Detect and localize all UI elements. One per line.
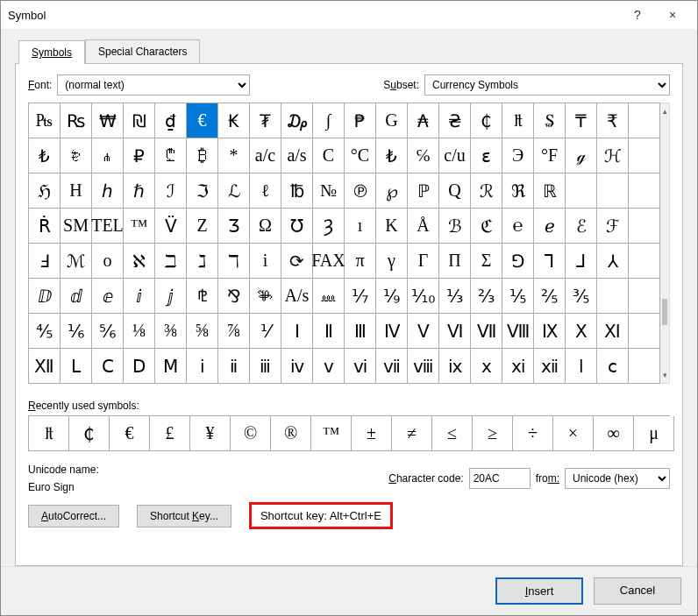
symbol-cell[interactable] <box>629 173 660 209</box>
symbol-cell[interactable]: ₴ <box>439 103 471 138</box>
symbol-cell[interactable]: № <box>313 173 345 209</box>
recent-symbol-cell[interactable]: £ <box>150 416 190 451</box>
symbol-cell[interactable]: ⟳ <box>281 244 313 279</box>
symbol-cell[interactable]: ℸ <box>218 244 250 279</box>
recent-symbols-grid[interactable]: ₶₵€£¥©®™±≠≤≥÷×∞μ <box>28 415 670 451</box>
symbol-cell[interactable]: ⅗ <box>566 279 597 314</box>
symbol-cell[interactable]: ℅ <box>408 138 439 173</box>
symbol-cell[interactable]: ⅞ <box>218 314 250 349</box>
symbol-cell[interactable]: ℮ <box>502 209 534 244</box>
symbol-cell[interactable]: ₺ <box>29 138 61 173</box>
symbol-cell[interactable]: * <box>218 138 250 173</box>
symbol-cell[interactable]: Ⅎ <box>29 244 61 279</box>
symbol-cell[interactable]: ℱ <box>597 209 629 244</box>
symbol-cell[interactable]: ₩ <box>92 103 124 138</box>
symbol-cell[interactable]: °C <box>345 138 376 173</box>
scroll-down-icon[interactable]: ▾ <box>660 367 669 383</box>
recent-symbol-cell[interactable]: ≤ <box>432 416 473 451</box>
symbol-cell[interactable]: G <box>376 103 408 138</box>
symbol-cell[interactable]: ⅶ <box>376 349 408 384</box>
symbol-cell[interactable]: ⅏ <box>313 279 345 314</box>
recent-symbol-cell[interactable]: ¥ <box>190 416 231 451</box>
symbol-cell[interactable]: Ⅰ <box>281 314 313 349</box>
grid-scrollbar[interactable]: ▴ ▾ <box>660 103 670 384</box>
symbol-cell[interactable]: Σ <box>471 244 502 279</box>
symbol-cell[interactable]: Q <box>439 173 471 209</box>
symbol-cell[interactable]: ₵ <box>471 103 502 138</box>
symbol-cell[interactable]: ℶ <box>155 244 187 279</box>
symbol-cell[interactable]: Ⅶ <box>471 314 502 349</box>
symbol-cell[interactable]: π <box>345 244 376 279</box>
symbol-cell[interactable]: ⅲ <box>250 349 281 384</box>
symbol-cell[interactable]: ℒ <box>218 173 250 209</box>
symbol-cell[interactable]: TEL <box>92 209 124 244</box>
symbol-cell[interactable]: Γ <box>408 244 439 279</box>
symbol-cell[interactable]: ⅊ <box>187 279 218 314</box>
symbol-cell[interactable]: FAX <box>313 244 345 279</box>
symbol-cell[interactable]: Ṙ <box>29 209 61 244</box>
symbol-cell[interactable]: ⅌ <box>250 279 281 314</box>
symbol-cell[interactable]: ₻ <box>61 138 92 173</box>
symbol-cell[interactable]: ₾ <box>155 138 187 173</box>
recent-symbol-cell[interactable]: × <box>553 416 594 451</box>
symbol-cell[interactable]: c/u <box>439 138 471 173</box>
symbol-cell[interactable]: a/c <box>250 138 281 173</box>
symbol-grid[interactable]: ₧₨₩₪₫€₭₮₯∫₱G₳₴₵₶₷₸₹₺₻₼₽₾₿*a/ca/sC°C₺℅c/u… <box>28 103 660 384</box>
symbol-cell[interactable]: ℛ <box>471 173 502 209</box>
symbol-cell[interactable]: ₮ <box>250 103 281 138</box>
symbol-cell[interactable]: ⅰ <box>187 349 218 384</box>
symbol-cell[interactable]: ο <box>92 244 124 279</box>
symbol-cell[interactable]: ⅕ <box>502 279 534 314</box>
symbol-cell[interactable]: ⅸ <box>439 349 471 384</box>
symbol-cell[interactable]: Ⅲ <box>345 314 376 349</box>
symbol-cell[interactable]: ⅝ <box>187 314 218 349</box>
symbol-cell[interactable]: ⅛ <box>124 314 155 349</box>
symbol-cell[interactable]: Ⅺ <box>597 314 629 349</box>
symbol-cell[interactable]: a/s <box>281 138 313 173</box>
char-code-input[interactable] <box>469 468 531 489</box>
symbol-cell[interactable]: ℎ <box>92 173 124 209</box>
symbol-cell[interactable]: ⅴ <box>313 349 345 384</box>
symbol-cell[interactable] <box>629 103 660 138</box>
recent-symbol-cell[interactable]: ≠ <box>392 416 432 451</box>
symbol-cell[interactable]: ℵ <box>124 244 155 279</box>
symbol-cell[interactable]: ⅋ <box>218 279 250 314</box>
symbol-cell[interactable]: C <box>313 138 345 173</box>
symbol-cell[interactable]: Ⅴ <box>408 314 439 349</box>
subset-select[interactable]: Currency Symbols <box>424 74 670 96</box>
symbol-cell[interactable]: ℗ <box>345 173 376 209</box>
symbol-cell[interactable]: ⅒ <box>408 279 439 314</box>
symbol-cell[interactable]: ₽ <box>124 138 155 173</box>
symbol-cell[interactable]: ℐ <box>155 173 187 209</box>
symbol-cell[interactable]: Ⅿ <box>155 349 187 384</box>
symbol-cell[interactable]: ™ <box>124 209 155 244</box>
symbol-cell[interactable]: ⅓ <box>439 279 471 314</box>
symbol-cell[interactable]: ɛ <box>471 138 502 173</box>
symbol-cell[interactable]: ⅷ <box>408 349 439 384</box>
symbol-cell[interactable]: ₸ <box>566 103 597 138</box>
symbol-cell[interactable]: ₺ <box>376 138 408 173</box>
symbol-cell[interactable]: Ⅱ <box>313 314 345 349</box>
symbol-cell[interactable]: Ⅼ <box>61 349 92 384</box>
symbol-cell[interactable]: ℧ <box>281 209 313 244</box>
symbol-cell[interactable]: ⅺ <box>502 349 534 384</box>
symbol-cell[interactable] <box>629 244 660 279</box>
symbol-cell[interactable]: SM <box>61 209 92 244</box>
symbol-cell[interactable] <box>597 173 629 209</box>
symbol-cell[interactable]: Π <box>439 244 471 279</box>
symbol-cell[interactable]: ₱ <box>345 103 376 138</box>
tab-symbols[interactable]: Symbols <box>18 40 85 64</box>
symbol-cell[interactable]: ⅈ <box>124 279 155 314</box>
symbol-cell[interactable]: ₳ <box>408 103 439 138</box>
scroll-up-icon[interactable]: ▴ <box>660 103 669 119</box>
symbol-cell[interactable]: ₪ <box>124 103 155 138</box>
symbol-cell[interactable]: ⅹ <box>471 349 502 384</box>
symbol-cell[interactable] <box>629 209 660 244</box>
symbol-cell[interactable]: Ⅽ <box>92 349 124 384</box>
symbol-cell[interactable]: ⅔ <box>471 279 502 314</box>
symbol-cell[interactable]: ℔ <box>281 173 313 209</box>
insert-button[interactable]: Insert <box>495 577 583 605</box>
symbol-cell[interactable]: i <box>250 244 281 279</box>
symbol-cell[interactable]: °F <box>534 138 566 173</box>
symbol-cell[interactable]: ⅽ <box>597 349 629 384</box>
